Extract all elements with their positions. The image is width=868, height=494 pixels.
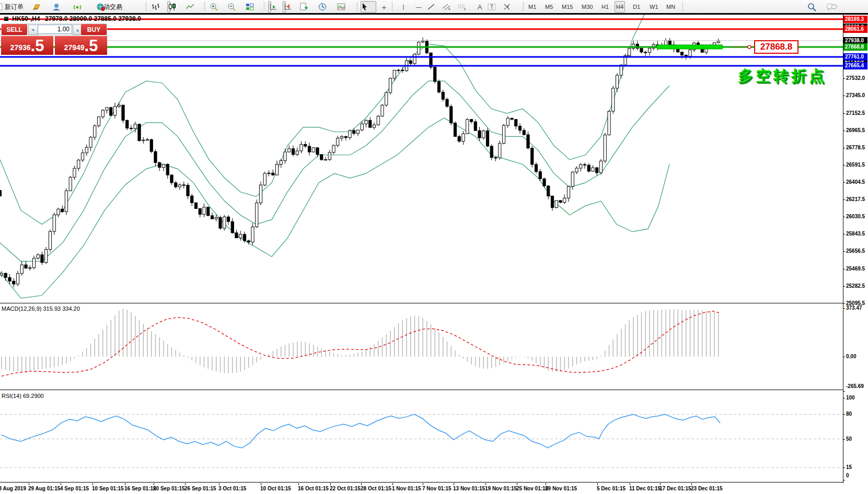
horizontal-line-icon[interactable]: — [411, 1, 426, 13]
price-tick-mark [843, 269, 845, 269]
bar-chart-icon[interactable] [151, 1, 154, 13]
rsi-tick-label: 80 [846, 411, 852, 417]
chart-symbol-period: HK50-,H4 [12, 15, 40, 22]
new-order-button[interactable]: 新订单 [3, 1, 25, 13]
macd-signal-line [2, 311, 720, 377]
rsi-canvas[interactable] [0, 391, 843, 482]
date-tick-mark [517, 483, 517, 485]
volume-input[interactable] [38, 25, 72, 34]
tab-timeframe-m1[interactable]: M1 [527, 1, 538, 13]
macd-tick-mark [843, 391, 845, 392]
date-label: 10 Sep 01:15 [92, 486, 124, 491]
vertical-line-icon[interactable]: | [396, 1, 411, 13]
price-tick-mark [843, 165, 845, 166]
rsi-tick-mark [843, 398, 845, 398]
date-label: 16 Oct 01:15 [298, 486, 329, 491]
macd-label: MACD(12,26,9) 315.93 334.20 [2, 305, 80, 312]
price-tick-mark [843, 148, 845, 148]
candlestick-icon[interactable] [167, 1, 170, 13]
bollinger-middle-band [0, 81, 669, 261]
tab-timeframe-m15[interactable]: M15 [560, 1, 574, 13]
price-tick-mark [843, 286, 845, 287]
rsi-pane[interactable] [0, 391, 843, 482]
price-chart-canvas[interactable] [0, 15, 843, 303]
signals-icon[interactable] [72, 1, 75, 13]
price-callout-label[interactable]: 27868.8 [754, 40, 798, 54]
rsi-tick-mark [843, 439, 845, 440]
tab-timeframe-d1[interactable]: D1 [631, 1, 642, 13]
new-chart-button[interactable]: ▼ [299, 1, 307, 13]
tab-timeframe-m5[interactable]: M5 [543, 1, 554, 13]
periods-button[interactable]: ▼ [318, 1, 326, 13]
date-tick-mark [597, 483, 598, 485]
price-axis-chip: 27761.0 [843, 53, 867, 61]
volume-decrease-button[interactable]: ▼ [28, 25, 38, 35]
price-tick-mark [843, 78, 845, 79]
equidistant-channel-icon[interactable]: E [441, 1, 457, 13]
toolbar-separator [523, 2, 524, 10]
chart-annotation-text[interactable]: 多空转折点 [738, 66, 827, 87]
fibonacci-icon[interactable]: F [457, 1, 472, 13]
macd-tick-mark [843, 357, 845, 357]
main-price-pane[interactable] [0, 15, 843, 303]
rsi-tick-label: 15 [846, 464, 852, 470]
price-tick-label: 27532.0 [846, 75, 865, 81]
cursor-icon[interactable] [361, 1, 376, 13]
zoom-out-icon[interactable] [227, 1, 230, 13]
price-tick-label: 26217.5 [846, 196, 865, 202]
toolbar-separator [204, 2, 205, 10]
tab-timeframe-h1[interactable]: H1 [600, 1, 610, 13]
date-tick-mark [546, 483, 546, 485]
text-label-icon[interactable]: T [487, 1, 503, 13]
date-label: 16 Sep 01:15 [124, 486, 156, 491]
date-tick-mark [261, 483, 261, 485]
svg-text:F: F [464, 8, 466, 11]
chat-icon[interactable] [826, 1, 829, 13]
trendline-icon[interactable] [426, 1, 441, 13]
indicators-button[interactable]: ▼ [337, 1, 345, 13]
price-tick-mark [843, 217, 845, 217]
gold-icon[interactable] [31, 1, 34, 13]
price-tick-label: 25469.5 [846, 266, 865, 272]
date-label: 29 Aug 01:15 [28, 486, 60, 491]
price-tick-label: 25282.5 [846, 283, 865, 289]
macd-tick-label: -265.69 [846, 383, 864, 389]
tab-timeframe-mn[interactable]: MN [665, 1, 677, 13]
buy-price-tile[interactable]: 27949.5 [55, 36, 107, 55]
chart-ohlc-values: 27978.0 28009.0 27885.0 27938.0 [45, 15, 141, 22]
buy-price-frac: .5 [85, 38, 98, 54]
auto-scroll-icon[interactable] [268, 1, 271, 13]
macd-canvas[interactable] [0, 304, 843, 390]
rsi-label: RSI(14) 69.2900 [2, 393, 44, 399]
autotrading-button[interactable]: 自动交易 [96, 1, 124, 13]
text-icon[interactable]: A [472, 1, 487, 13]
tile-windows-icon[interactable] [245, 1, 248, 13]
highlight-trendline[interactable] [657, 45, 723, 49]
new-order-label: 新订单 [5, 3, 24, 11]
date-tick-mark [630, 483, 630, 485]
tab-timeframe-h4[interactable]: H4 [615, 1, 625, 13]
svg-text:T: T [490, 4, 493, 10]
buy-button[interactable]: BUY [81, 24, 107, 35]
line-chart-icon[interactable] [185, 1, 188, 13]
sell-button[interactable]: SELL [2, 24, 27, 35]
date-tick-mark [330, 483, 331, 485]
chart-shift-icon[interactable] [283, 1, 286, 13]
price-tick-mark [843, 113, 845, 114]
sell-price-main: 27936 [10, 41, 31, 54]
sell-price-tile[interactable]: 27936.5 [1, 36, 53, 55]
price-axis-chip: 27868.8 [843, 43, 867, 51]
tab-timeframe-m30[interactable]: M30 [580, 1, 594, 13]
tab-timeframe-w1[interactable]: W1 [648, 1, 660, 13]
macd-pane[interactable] [0, 304, 843, 390]
date-label: 25 Nov 01:15 [516, 486, 548, 491]
arrows-button[interactable]: ▼ [503, 1, 511, 13]
mt4-terminal: 新订单 自动交易 [0, 0, 868, 494]
sell-price-frac: .5 [31, 38, 44, 54]
toolbar-separator [682, 2, 683, 11]
crosshair-icon[interactable]: + [376, 1, 392, 13]
date-tick-mark [361, 483, 362, 485]
search-icon[interactable] [807, 1, 810, 13]
zoom-in-icon[interactable] [209, 1, 212, 13]
community-icon[interactable] [51, 1, 54, 13]
